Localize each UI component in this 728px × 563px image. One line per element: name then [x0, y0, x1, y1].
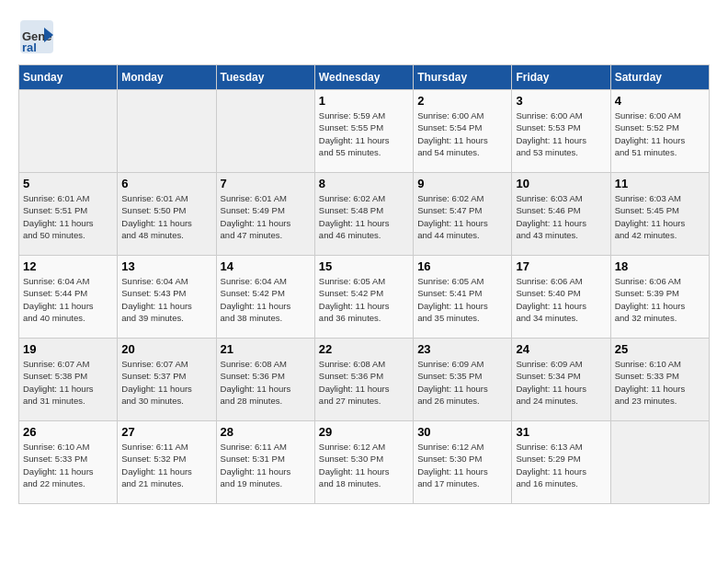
day-info: Sunrise: 5:59 AM Sunset: 5:55 PM Dayligh…	[319, 109, 409, 158]
day-number: 31	[516, 425, 606, 439]
calendar-week-2: 5Sunrise: 6:01 AM Sunset: 5:51 PM Daylig…	[19, 173, 710, 256]
logo: Gene ral	[18, 18, 59, 55]
calendar-cell: 18Sunrise: 6:06 AM Sunset: 5:39 PM Dayli…	[610, 256, 709, 339]
day-number: 19	[23, 342, 113, 356]
day-number: 9	[417, 177, 507, 190]
day-number: 8	[319, 177, 409, 190]
day-number: 13	[121, 259, 211, 273]
day-number: 14	[221, 259, 311, 273]
day-number: 12	[23, 259, 113, 273]
calendar-cell: 3Sunrise: 6:00 AM Sunset: 5:53 PM Daylig…	[512, 90, 610, 173]
calendar-cell: 19Sunrise: 6:07 AM Sunset: 5:38 PM Dayli…	[19, 339, 118, 421]
day-number: 24	[516, 342, 606, 356]
day-info: Sunrise: 6:06 AM Sunset: 5:39 PM Dayligh…	[615, 275, 705, 324]
weekday-header-saturday: Saturday	[610, 65, 709, 90]
calendar-cell: 27Sunrise: 6:11 AM Sunset: 5:32 PM Dayli…	[118, 421, 216, 504]
calendar-week-4: 19Sunrise: 6:07 AM Sunset: 5:38 PM Dayli…	[19, 339, 710, 421]
weekday-header-row: SundayMondayTuesdayWednesdayThursdayFrid…	[19, 65, 710, 90]
calendar-cell: 4Sunrise: 6:00 AM Sunset: 5:52 PM Daylig…	[610, 90, 709, 173]
day-number: 5	[23, 177, 113, 190]
calendar-cell	[19, 90, 118, 173]
calendar-cell: 31Sunrise: 6:13 AM Sunset: 5:29 PM Dayli…	[512, 421, 610, 504]
calendar-cell: 28Sunrise: 6:11 AM Sunset: 5:31 PM Dayli…	[216, 421, 314, 504]
calendar-cell: 30Sunrise: 6:12 AM Sunset: 5:30 PM Dayli…	[414, 421, 512, 504]
calendar-cell: 1Sunrise: 5:59 AM Sunset: 5:55 PM Daylig…	[314, 90, 413, 173]
weekday-header-tuesday: Tuesday	[216, 65, 314, 90]
day-info: Sunrise: 6:12 AM Sunset: 5:30 PM Dayligh…	[319, 441, 409, 489]
day-number: 6	[121, 177, 211, 190]
day-info: Sunrise: 6:04 AM Sunset: 5:44 PM Dayligh…	[23, 275, 113, 324]
calendar-cell: 12Sunrise: 6:04 AM Sunset: 5:44 PM Dayli…	[19, 256, 118, 339]
weekday-header-thursday: Thursday	[414, 65, 512, 90]
calendar-cell	[118, 90, 216, 173]
day-info: Sunrise: 6:09 AM Sunset: 5:35 PM Dayligh…	[417, 358, 507, 407]
calendar-cell: 23Sunrise: 6:09 AM Sunset: 5:35 PM Dayli…	[414, 339, 512, 421]
day-number: 2	[417, 94, 507, 108]
day-info: Sunrise: 6:12 AM Sunset: 5:30 PM Dayligh…	[417, 441, 507, 489]
calendar-cell: 24Sunrise: 6:09 AM Sunset: 5:34 PM Dayli…	[512, 339, 610, 421]
weekday-header-sunday: Sunday	[19, 65, 118, 90]
day-number: 30	[417, 425, 507, 439]
weekday-header-wednesday: Wednesday	[314, 65, 413, 90]
day-number: 4	[615, 94, 705, 108]
calendar-cell: 6Sunrise: 6:01 AM Sunset: 5:50 PM Daylig…	[118, 173, 216, 256]
day-info: Sunrise: 6:06 AM Sunset: 5:40 PM Dayligh…	[516, 275, 606, 324]
weekday-header-friday: Friday	[512, 65, 610, 90]
calendar-cell: 9Sunrise: 6:02 AM Sunset: 5:47 PM Daylig…	[414, 173, 512, 256]
calendar-cell: 13Sunrise: 6:04 AM Sunset: 5:43 PM Dayli…	[118, 256, 216, 339]
calendar-cell: 7Sunrise: 6:01 AM Sunset: 5:49 PM Daylig…	[216, 173, 314, 256]
calendar-cell	[610, 421, 709, 504]
day-number: 15	[319, 259, 409, 273]
logo-icon: Gene ral	[18, 18, 55, 55]
calendar-cell: 20Sunrise: 6:07 AM Sunset: 5:37 PM Dayli…	[118, 339, 216, 421]
calendar-cell: 17Sunrise: 6:06 AM Sunset: 5:40 PM Dayli…	[512, 256, 610, 339]
day-info: Sunrise: 6:03 AM Sunset: 5:45 PM Dayligh…	[615, 192, 705, 241]
day-info: Sunrise: 6:10 AM Sunset: 5:33 PM Dayligh…	[615, 358, 705, 407]
calendar-week-3: 12Sunrise: 6:04 AM Sunset: 5:44 PM Dayli…	[19, 256, 710, 339]
day-info: Sunrise: 6:00 AM Sunset: 5:53 PM Dayligh…	[516, 109, 606, 158]
day-number: 16	[417, 259, 507, 273]
day-number: 25	[615, 342, 705, 356]
day-info: Sunrise: 6:02 AM Sunset: 5:48 PM Dayligh…	[319, 192, 409, 241]
calendar-cell: 15Sunrise: 6:05 AM Sunset: 5:42 PM Dayli…	[314, 256, 413, 339]
page-header: Gene ral	[18, 18, 710, 55]
day-info: Sunrise: 6:08 AM Sunset: 5:36 PM Dayligh…	[319, 358, 409, 407]
day-info: Sunrise: 6:10 AM Sunset: 5:33 PM Dayligh…	[23, 441, 113, 489]
calendar-cell: 25Sunrise: 6:10 AM Sunset: 5:33 PM Dayli…	[610, 339, 709, 421]
day-info: Sunrise: 6:00 AM Sunset: 5:52 PM Dayligh…	[615, 109, 705, 158]
day-info: Sunrise: 6:00 AM Sunset: 5:54 PM Dayligh…	[417, 109, 507, 158]
day-number: 11	[615, 177, 705, 190]
calendar-cell: 14Sunrise: 6:04 AM Sunset: 5:42 PM Dayli…	[216, 256, 314, 339]
calendar-cell: 11Sunrise: 6:03 AM Sunset: 5:45 PM Dayli…	[610, 173, 709, 256]
day-info: Sunrise: 6:03 AM Sunset: 5:46 PM Dayligh…	[516, 192, 606, 241]
day-number: 26	[23, 425, 113, 439]
day-number: 21	[221, 342, 311, 356]
day-number: 1	[319, 94, 409, 108]
day-number: 28	[221, 425, 311, 439]
day-info: Sunrise: 6:05 AM Sunset: 5:42 PM Dayligh…	[319, 275, 409, 324]
calendar-cell: 10Sunrise: 6:03 AM Sunset: 5:46 PM Dayli…	[512, 173, 610, 256]
calendar-cell: 2Sunrise: 6:00 AM Sunset: 5:54 PM Daylig…	[414, 90, 512, 173]
day-info: Sunrise: 6:07 AM Sunset: 5:38 PM Dayligh…	[23, 358, 113, 407]
day-number: 20	[121, 342, 211, 356]
calendar-cell: 8Sunrise: 6:02 AM Sunset: 5:48 PM Daylig…	[314, 173, 413, 256]
calendar-cell: 16Sunrise: 6:05 AM Sunset: 5:41 PM Dayli…	[414, 256, 512, 339]
calendar-cell: 21Sunrise: 6:08 AM Sunset: 5:36 PM Dayli…	[216, 339, 314, 421]
day-number: 27	[121, 425, 211, 439]
day-info: Sunrise: 6:05 AM Sunset: 5:41 PM Dayligh…	[417, 275, 507, 324]
day-number: 22	[319, 342, 409, 356]
day-info: Sunrise: 6:11 AM Sunset: 5:32 PM Dayligh…	[121, 441, 211, 489]
svg-text:ral: ral	[22, 40, 37, 54]
calendar-cell	[216, 90, 314, 173]
day-info: Sunrise: 6:08 AM Sunset: 5:36 PM Dayligh…	[221, 358, 311, 407]
calendar-cell: 5Sunrise: 6:01 AM Sunset: 5:51 PM Daylig…	[19, 173, 118, 256]
day-info: Sunrise: 6:11 AM Sunset: 5:31 PM Dayligh…	[221, 441, 311, 489]
day-number: 17	[516, 259, 606, 273]
day-info: Sunrise: 6:01 AM Sunset: 5:49 PM Dayligh…	[221, 192, 311, 241]
weekday-header-monday: Monday	[118, 65, 216, 90]
calendar-cell: 26Sunrise: 6:10 AM Sunset: 5:33 PM Dayli…	[19, 421, 118, 504]
day-info: Sunrise: 6:01 AM Sunset: 5:50 PM Dayligh…	[121, 192, 211, 241]
calendar-week-5: 26Sunrise: 6:10 AM Sunset: 5:33 PM Dayli…	[19, 421, 710, 504]
calendar-table: SundayMondayTuesdayWednesdayThursdayFrid…	[18, 64, 710, 504]
day-number: 18	[615, 259, 705, 273]
